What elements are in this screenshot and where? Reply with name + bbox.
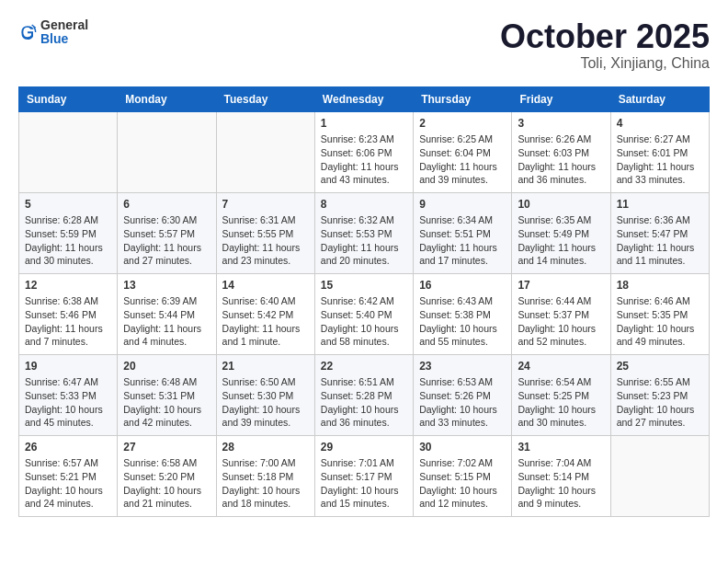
cell-info: Sunrise: 6:58 AM Sunset: 5:20 PM Dayligh…	[123, 456, 210, 511]
calendar-cell: 25Sunrise: 6:55 AM Sunset: 5:23 PM Dayli…	[610, 354, 709, 435]
cell-info: Sunrise: 6:51 AM Sunset: 5:28 PM Dayligh…	[321, 375, 407, 430]
cell-info: Sunrise: 6:39 AM Sunset: 5:44 PM Dayligh…	[123, 294, 210, 349]
day-number: 14	[222, 278, 309, 293]
cell-info: Sunrise: 6:55 AM Sunset: 5:23 PM Dayligh…	[617, 375, 703, 430]
day-number: 9	[419, 197, 506, 213]
calendar-cell: 3Sunrise: 6:26 AM Sunset: 6:03 PM Daylig…	[512, 111, 610, 192]
day-number: 25	[617, 359, 703, 374]
calendar-table: SundayMondayTuesdayWednesdayThursdayFrid…	[18, 86, 710, 517]
cell-info: Sunrise: 6:27 AM Sunset: 6:01 PM Dayligh…	[617, 132, 703, 187]
cell-info: Sunrise: 6:26 AM Sunset: 6:03 PM Dayligh…	[518, 132, 604, 187]
day-number: 13	[123, 278, 210, 293]
cell-info: Sunrise: 6:42 AM Sunset: 5:40 PM Dayligh…	[321, 294, 407, 349]
calendar-cell: 12Sunrise: 6:38 AM Sunset: 5:46 PM Dayli…	[19, 273, 118, 354]
cell-info: Sunrise: 6:54 AM Sunset: 5:25 PM Dayligh…	[518, 375, 604, 430]
logo: General Blue	[18, 18, 88, 47]
calendar-cell	[118, 111, 216, 192]
calendar-cell: 5Sunrise: 6:28 AM Sunset: 5:59 PM Daylig…	[19, 192, 118, 273]
cell-info: Sunrise: 6:23 AM Sunset: 6:06 PM Dayligh…	[321, 132, 407, 187]
calendar-cell: 1Sunrise: 6:23 AM Sunset: 6:06 PM Daylig…	[314, 111, 413, 192]
calendar-cell: 20Sunrise: 6:48 AM Sunset: 5:31 PM Dayli…	[118, 354, 216, 435]
day-number: 24	[518, 359, 604, 374]
month-title: October 2025	[500, 18, 710, 55]
weekday-header: Sunday	[19, 86, 118, 111]
calendar-cell: 14Sunrise: 6:40 AM Sunset: 5:42 PM Dayli…	[216, 273, 314, 354]
logo-text: General Blue	[40, 18, 88, 47]
cell-info: Sunrise: 6:48 AM Sunset: 5:31 PM Dayligh…	[123, 375, 210, 430]
calendar-cell: 26Sunrise: 6:57 AM Sunset: 5:21 PM Dayli…	[19, 435, 118, 516]
day-number: 30	[419, 440, 506, 455]
day-number: 4	[617, 116, 703, 132]
calendar-week-row: 1Sunrise: 6:23 AM Sunset: 6:06 PM Daylig…	[19, 111, 710, 192]
calendar-cell	[19, 111, 118, 192]
calendar-cell: 6Sunrise: 6:30 AM Sunset: 5:57 PM Daylig…	[118, 192, 216, 273]
calendar-cell: 29Sunrise: 7:01 AM Sunset: 5:17 PM Dayli…	[314, 435, 413, 516]
day-number: 12	[25, 278, 111, 293]
day-number: 22	[321, 359, 407, 374]
cell-info: Sunrise: 6:53 AM Sunset: 5:26 PM Dayligh…	[419, 375, 506, 430]
day-number: 8	[321, 197, 407, 213]
cell-info: Sunrise: 6:47 AM Sunset: 5:33 PM Dayligh…	[25, 375, 111, 430]
day-number: 11	[617, 197, 703, 213]
calendar-cell: 30Sunrise: 7:02 AM Sunset: 5:15 PM Dayli…	[414, 435, 512, 516]
cell-info: Sunrise: 6:50 AM Sunset: 5:30 PM Dayligh…	[222, 375, 309, 430]
cell-info: Sunrise: 6:38 AM Sunset: 5:46 PM Dayligh…	[25, 294, 111, 349]
calendar-body: 1Sunrise: 6:23 AM Sunset: 6:06 PM Daylig…	[19, 111, 710, 516]
logo-icon	[18, 23, 37, 41]
calendar-cell: 7Sunrise: 6:31 AM Sunset: 5:55 PM Daylig…	[216, 192, 314, 273]
cell-info: Sunrise: 6:40 AM Sunset: 5:42 PM Dayligh…	[222, 294, 309, 349]
cell-info: Sunrise: 6:36 AM Sunset: 5:47 PM Dayligh…	[617, 213, 703, 268]
calendar-cell: 4Sunrise: 6:27 AM Sunset: 6:01 PM Daylig…	[610, 111, 709, 192]
cell-info: Sunrise: 6:34 AM Sunset: 5:51 PM Dayligh…	[419, 213, 506, 268]
calendar-cell: 31Sunrise: 7:04 AM Sunset: 5:14 PM Dayli…	[512, 435, 610, 516]
day-number: 17	[518, 278, 604, 293]
cell-info: Sunrise: 7:01 AM Sunset: 5:17 PM Dayligh…	[321, 456, 407, 511]
cell-info: Sunrise: 6:30 AM Sunset: 5:57 PM Dayligh…	[123, 213, 210, 268]
cell-info: Sunrise: 7:02 AM Sunset: 5:15 PM Dayligh…	[419, 456, 506, 511]
cell-info: Sunrise: 7:00 AM Sunset: 5:18 PM Dayligh…	[222, 456, 309, 511]
calendar-week-row: 5Sunrise: 6:28 AM Sunset: 5:59 PM Daylig…	[19, 192, 710, 273]
cell-info: Sunrise: 6:57 AM Sunset: 5:21 PM Dayligh…	[25, 456, 111, 511]
cell-info: Sunrise: 6:44 AM Sunset: 5:37 PM Dayligh…	[518, 294, 604, 349]
weekday-header: Wednesday	[314, 86, 413, 111]
weekday-header: Tuesday	[216, 86, 314, 111]
weekday-header: Saturday	[610, 86, 709, 111]
day-number: 7	[222, 197, 309, 213]
calendar-header: SundayMondayTuesdayWednesdayThursdayFrid…	[19, 86, 710, 111]
day-number: 31	[518, 440, 604, 455]
calendar-cell: 22Sunrise: 6:51 AM Sunset: 5:28 PM Dayli…	[314, 354, 413, 435]
calendar-cell: 15Sunrise: 6:42 AM Sunset: 5:40 PM Dayli…	[314, 273, 413, 354]
cell-info: Sunrise: 6:43 AM Sunset: 5:38 PM Dayligh…	[419, 294, 506, 349]
calendar-cell: 28Sunrise: 7:00 AM Sunset: 5:18 PM Dayli…	[216, 435, 314, 516]
day-number: 19	[25, 359, 111, 374]
day-number: 5	[25, 197, 111, 213]
cell-info: Sunrise: 6:35 AM Sunset: 5:49 PM Dayligh…	[518, 213, 604, 268]
day-number: 10	[518, 197, 604, 213]
cell-info: Sunrise: 6:25 AM Sunset: 6:04 PM Dayligh…	[419, 132, 506, 187]
weekday-header: Thursday	[414, 86, 512, 111]
calendar-cell: 8Sunrise: 6:32 AM Sunset: 5:53 PM Daylig…	[314, 192, 413, 273]
day-number: 29	[321, 440, 407, 455]
cell-info: Sunrise: 6:32 AM Sunset: 5:53 PM Dayligh…	[321, 213, 407, 268]
calendar-cell	[610, 435, 709, 516]
calendar-cell: 17Sunrise: 6:44 AM Sunset: 5:37 PM Dayli…	[512, 273, 610, 354]
day-number: 2	[419, 116, 506, 132]
title-block: October 2025 Toli, Xinjiang, China	[500, 18, 710, 72]
day-number: 23	[419, 359, 506, 374]
weekday-header: Friday	[512, 86, 610, 111]
cell-info: Sunrise: 6:31 AM Sunset: 5:55 PM Dayligh…	[222, 213, 309, 268]
page-header: General Blue October 2025 Toli, Xinjiang…	[18, 18, 710, 72]
calendar-week-row: 19Sunrise: 6:47 AM Sunset: 5:33 PM Dayli…	[19, 354, 710, 435]
calendar-week-row: 12Sunrise: 6:38 AM Sunset: 5:46 PM Dayli…	[19, 273, 710, 354]
day-number: 26	[25, 440, 111, 455]
day-number: 18	[617, 278, 703, 293]
logo-line1: General	[40, 18, 88, 32]
day-number: 1	[321, 116, 407, 132]
day-number: 27	[123, 440, 210, 455]
cell-info: Sunrise: 6:46 AM Sunset: 5:35 PM Dayligh…	[617, 294, 703, 349]
calendar-cell: 11Sunrise: 6:36 AM Sunset: 5:47 PM Dayli…	[610, 192, 709, 273]
calendar-cell: 9Sunrise: 6:34 AM Sunset: 5:51 PM Daylig…	[414, 192, 512, 273]
calendar-cell: 19Sunrise: 6:47 AM Sunset: 5:33 PM Dayli…	[19, 354, 118, 435]
calendar-cell: 27Sunrise: 6:58 AM Sunset: 5:20 PM Dayli…	[118, 435, 216, 516]
day-number: 3	[518, 116, 604, 132]
